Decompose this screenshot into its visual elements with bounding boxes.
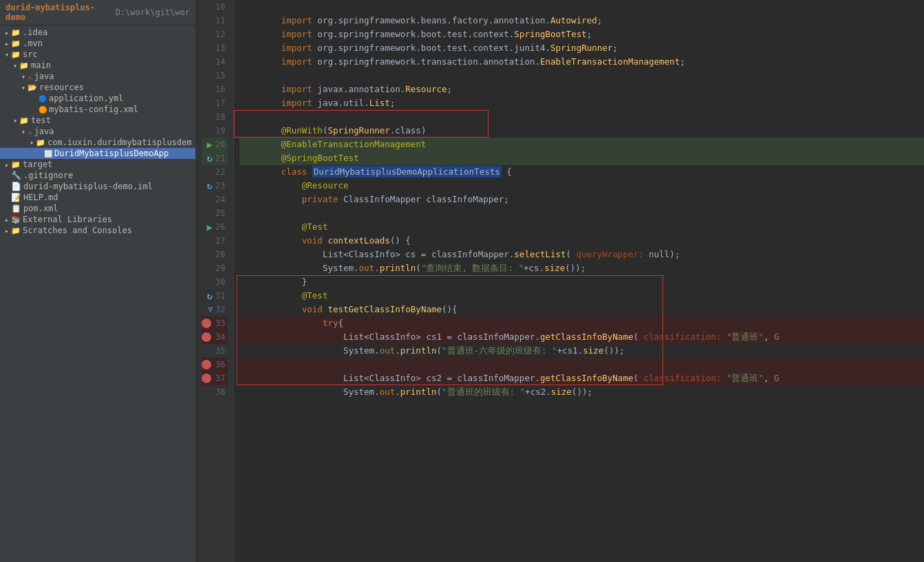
tree-label-scratches: Scratches and Consoles	[23, 226, 132, 235]
tree-label-iml: durid-mybatisplus-demo.iml	[23, 182, 153, 191]
gutter-21-icon: ↻	[202, 151, 213, 165]
line-num-28: 28	[202, 248, 228, 261]
code-line-36: List<ClassInfo> cs2 = classInfoMapper.ge…	[239, 358, 924, 371]
line-num-19: 19	[202, 124, 228, 138]
folder-icon-test: 📁	[19, 116, 29, 125]
line-num-29: 29	[202, 261, 228, 275]
line-num-25: 25	[202, 206, 228, 220]
arrow-target	[3, 161, 11, 169]
tree-item-appyml[interactable]: 🔵 application.yml	[0, 93, 195, 104]
tree-item-java-test[interactable]: ☕ java	[0, 126, 195, 137]
tree-label-extlib: External Libraries	[23, 215, 112, 224]
tree-item-mybatisconfig[interactable]: 🟠 mybatis-config.xml	[0, 104, 195, 115]
line-num-36: 36	[202, 358, 228, 371]
line-num-30: 30	[202, 275, 228, 289]
line-num-33: 33	[202, 316, 228, 330]
tree-label-gitignore: .gitignore	[23, 171, 73, 180]
tree-item-resources[interactable]: 📂 resources	[0, 82, 195, 93]
line-num-17: 17	[202, 96, 228, 110]
tree-item-scratches[interactable]: 📁 Scratches and Consoles	[0, 225, 195, 236]
line-numbers-gutter: 10 11 12 13 14	[196, 0, 234, 562]
arrow-main	[11, 62, 19, 69]
tree-label-app-test: DuridMybatisplusDemoApp	[54, 149, 169, 158]
code-line-25: @Test	[239, 206, 924, 220]
tree-label-java-main: java	[34, 72, 54, 81]
line-num-27: 27	[202, 234, 228, 248]
tree-item-extlib[interactable]: 📚 External Libraries	[0, 214, 195, 225]
gutter-31-icon: ↻	[202, 289, 213, 303]
arrow-extlib	[3, 216, 11, 224]
code-editor[interactable]: 10 11 12 13 14	[196, 0, 924, 562]
arrow-com-pkg	[28, 139, 36, 147]
line-num-35: 35	[202, 344, 228, 358]
file-icon-xml: 🟠	[39, 106, 47, 114]
file-icon-java-test: ⬜	[44, 150, 52, 158]
tree-item-src[interactable]: 📁 src	[0, 49, 195, 60]
tree-item-help[interactable]: 📝 HELP.md	[0, 192, 195, 203]
line-num-18: 18	[202, 110, 228, 124]
line-num-37: 37	[202, 371, 228, 385]
breakpoint-33[interactable]	[202, 318, 211, 328]
line-num-16: 16	[202, 83, 228, 96]
tree-label-mvn: .mvn	[23, 39, 43, 48]
tree-item-mvn[interactable]: 📁 .mvn	[0, 38, 195, 49]
tree-label-pom: pom.xml	[23, 204, 58, 213]
tree-label-mybatisconfig: mybatis-config.xml	[49, 105, 138, 114]
tree-item-java-main[interactable]: ☕ java	[0, 71, 195, 82]
tree-item-com-pkg[interactable]: 📁 com.iuxin.duridmybatisplusdem	[0, 137, 195, 148]
folder-icon-java2: ☕	[28, 127, 32, 136]
arrow-test	[11, 117, 19, 125]
line-num-24: 24	[202, 193, 228, 206]
tree-item-main[interactable]: 📁 main	[0, 60, 195, 71]
arrow-mvn	[3, 40, 11, 47]
tree-item-pom[interactable]: 📋 pom.xml	[0, 203, 195, 214]
tree-label-target: target	[23, 160, 52, 169]
line-num-10: 10	[202, 0, 228, 14]
gutter-32-icon: ▽	[202, 303, 213, 316]
code-container: 10 11 12 13 14	[196, 0, 924, 562]
arrow-src	[3, 51, 11, 58]
line-num-31: ↻ 31	[202, 289, 228, 303]
arrow-java-main	[19, 73, 28, 80]
code-content[interactable]: import org.springframework.beans.factory…	[234, 0, 924, 562]
gutter-26-icon: ▶	[202, 220, 213, 234]
tree-label-help: HELP.md	[23, 193, 58, 202]
line-num-11: 11	[202, 14, 228, 28]
arrow-resources	[19, 84, 28, 91]
file-icon-iml: 📄	[11, 182, 21, 191]
breakpoint-36[interactable]	[202, 360, 211, 369]
tree-item-idea[interactable]: 📁 .idea	[0, 27, 195, 38]
tree-item-target[interactable]: 📁 target	[0, 159, 195, 170]
folder-icon-idea: 📁	[11, 28, 21, 37]
file-icon-git: 🔧	[11, 171, 21, 180]
code-line-31: void testGetClassInfoByName(){	[239, 289, 924, 303]
breakpoint-34[interactable]	[202, 332, 211, 342]
line-num-21: ↻ 21	[202, 151, 228, 165]
code-line-18: @RunWith(SpringRunner.class)	[239, 110, 924, 124]
line-num-12: 12	[202, 28, 228, 41]
folder-icon-scratches: 📁	[11, 226, 21, 235]
code-line-10: import org.springframework.beans.factory…	[239, 0, 924, 14]
code-line-15: import javax.annotation.Resource;	[239, 69, 924, 83]
tree-label-main: main	[31, 61, 51, 70]
folder-icon-main: 📁	[19, 61, 29, 70]
tree-label-appyml: application.yml	[49, 94, 123, 103]
project-header[interactable]: durid-mybatisplus-demo D:\work\git\wor	[0, 0, 195, 25]
tree-item-gitignore[interactable]: 🔧 .gitignore	[0, 170, 195, 181]
project-title: durid-mybatisplus-demo	[6, 3, 113, 22]
folder-icon-pkg: 📁	[36, 138, 45, 147]
line-num-26: ▶ 26	[202, 220, 228, 234]
tree-item-iml[interactable]: 📄 durid-mybatisplus-demo.iml	[0, 181, 195, 192]
breakpoint-37[interactable]	[202, 374, 211, 383]
line-num-20: ▶ 20	[202, 138, 228, 151]
project-sidebar[interactable]: durid-mybatisplus-demo D:\work\git\wor 📁…	[0, 0, 196, 562]
file-icon-yml: 🔵	[39, 95, 47, 102]
line-num-34: 34	[202, 330, 228, 344]
file-icon-md: 📝	[11, 193, 21, 202]
tree-item-app-test[interactable]: ⬜ DuridMybatisplusDemoApp	[0, 148, 195, 159]
line-num-14: 14	[202, 55, 228, 69]
arrow-idea	[3, 29, 11, 36]
tree-item-test[interactable]: 📁 test	[0, 115, 195, 126]
line-num-38: 38	[202, 385, 228, 399]
code-line-30: @Test	[239, 275, 924, 289]
